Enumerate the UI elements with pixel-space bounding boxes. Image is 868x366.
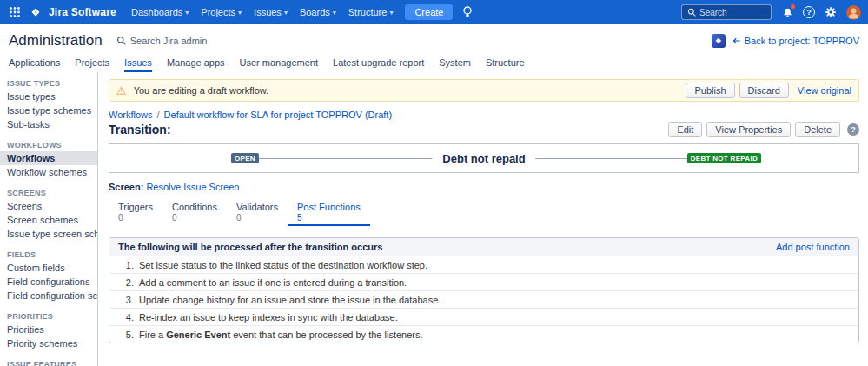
view-original-link[interactable]: View original	[798, 85, 851, 96]
admin-search-box[interactable]	[116, 36, 243, 46]
nav-item-dashboards[interactable]: Dashboards▾	[125, 0, 195, 24]
tab-count: 0	[172, 213, 217, 223]
row-text: Add a comment to an issue if one is ente…	[139, 276, 407, 289]
main-panel: ⚠ You are editing a draft workflow. Publ…	[98, 72, 868, 366]
gear-icon[interactable]	[823, 4, 838, 20]
search-icon	[116, 36, 126, 45]
sidebar-item-issue-type-schemes[interactable]: Issue type schemes	[0, 103, 97, 117]
row-number: 2.	[123, 276, 134, 289]
addon-icon[interactable]: ◆	[712, 34, 726, 48]
notification-dot	[791, 4, 795, 9]
row-number: 5.	[123, 329, 134, 341]
lightbulb-icon[interactable]	[460, 4, 475, 20]
publish-button[interactable]: Publish	[686, 83, 734, 98]
sidebar-item-field-configurations[interactable]: Field configurations	[0, 275, 97, 289]
create-button[interactable]: Create	[405, 4, 453, 20]
sidebar-section-title: SCREENS	[0, 187, 97, 199]
sidebar-item-workflow-schemes[interactable]: Workflow schemes	[0, 165, 97, 179]
tab-conditions[interactable]: Conditions 0	[162, 199, 227, 226]
admin-header: Administration ◆ Back to project: TOPPRO…	[0, 24, 868, 53]
tab-structure[interactable]: Structure	[486, 53, 525, 72]
tab-triggers[interactable]: Triggers 0	[109, 199, 162, 226]
screen-row: Screen: Resolve Issue Screen	[109, 182, 859, 192]
draft-banner-actions: Publish Discard View original	[686, 83, 851, 98]
sidebar-item-custom-fields[interactable]: Custom fields	[0, 261, 97, 275]
tab-label: Conditions	[172, 202, 217, 212]
sidebar-item-sub-tasks[interactable]: Sub-tasks	[0, 117, 97, 131]
sidebar-item-screens[interactable]: Screens	[0, 199, 97, 213]
sidebar-item-issue-types[interactable]: Issue types	[0, 90, 97, 103]
nav-search-box[interactable]	[681, 4, 772, 20]
sidebar-item-priority-schemes[interactable]: Priority schemes	[0, 336, 97, 350]
warning-icon: ⚠	[116, 85, 127, 96]
nav-item-issues[interactable]: Issues▾	[248, 0, 294, 24]
post-functions-header: The following will be processed after th…	[109, 238, 858, 256]
post-function-row: 1. Set issue status to the linked status…	[109, 256, 858, 274]
sidebar-item-issue-type-screen-schemes[interactable]: Issue type screen schemes	[0, 227, 97, 241]
help-icon[interactable]: ?	[803, 6, 815, 18]
sidebar-section-fields: FIELDS Custom fields Field configuration…	[0, 249, 97, 303]
nav-item-boards[interactable]: Boards▾	[294, 0, 342, 24]
tab-latest-upgrade-report[interactable]: Latest upgrade report	[333, 53, 424, 72]
row-text: Set issue status to the linked status of…	[139, 259, 427, 271]
source-status-badge[interactable]: OPEN	[231, 153, 259, 163]
post-functions-title: The following will be processed after th…	[118, 242, 382, 252]
sidebar-section-title: ISSUE FEATURES	[0, 358, 97, 366]
admin-search-input[interactable]	[130, 36, 243, 46]
delete-button[interactable]: Delete	[795, 122, 840, 137]
row-text: Re-index an issue to keep indexes in syn…	[139, 311, 398, 323]
sidebar-item-workflows[interactable]: Workflows	[0, 151, 97, 165]
tab-post-functions[interactable]: Post Functions 5	[288, 199, 370, 226]
tab-label: Triggers	[118, 202, 153, 212]
help-icon[interactable]: ?	[847, 123, 859, 136]
breadcrumb-current-link[interactable]: Default workflow for SLA for project TOP…	[164, 110, 392, 120]
breadcrumb-workflows-link[interactable]: Workflows	[109, 110, 153, 120]
tab-count: 0	[118, 213, 153, 223]
nav-item-label: Dashboards	[131, 7, 182, 17]
user-avatar[interactable]	[846, 5, 861, 20]
sidebar-item-screen-schemes[interactable]: Screen schemes	[0, 213, 97, 227]
view-properties-button[interactable]: View Properties	[706, 122, 791, 137]
admin-sidebar: ISSUE TYPES Issue types Issue type schem…	[0, 72, 98, 366]
tab-user-management[interactable]: User management	[240, 53, 319, 72]
notifications-bell-icon[interactable]	[779, 4, 795, 20]
sidebar-section-title: FIELDS	[0, 249, 97, 261]
nav-item-projects[interactable]: Projects▾	[195, 0, 248, 24]
row-number: 1.	[123, 259, 134, 271]
back-to-project-link[interactable]: Back to project: TOPPROV	[732, 36, 859, 46]
sidebar-item-priorities[interactable]: Priorities	[0, 323, 97, 336]
tab-applications[interactable]: Applications	[9, 53, 60, 72]
search-icon	[687, 8, 696, 17]
sidebar-section-priorities: PRIORITIES Priorities Priority schemes	[0, 310, 97, 350]
tab-issues[interactable]: Issues	[124, 53, 152, 72]
screen-link[interactable]: Resolve Issue Screen	[146, 182, 239, 192]
row-text: Fire a Generic Event event that can be p…	[139, 329, 423, 341]
chevron-down-icon: ▾	[333, 9, 336, 17]
transition-actions: Edit View Properties Delete ?	[668, 122, 859, 137]
tab-manage-apps[interactable]: Manage apps	[167, 53, 225, 72]
app-switcher-icon[interactable]	[7, 4, 23, 20]
nav-right-group: ?	[681, 4, 861, 20]
sidebar-item-field-configuration-schemes[interactable]: Field configuration schemes	[0, 289, 97, 303]
post-function-row: 3. Update change history for an issue an…	[109, 291, 858, 309]
add-post-function-link[interactable]: Add post function	[776, 242, 850, 252]
post-function-row: 5. Fire a Generic Event event that can b…	[109, 326, 858, 343]
nav-search-input[interactable]	[699, 8, 764, 17]
row-number: 3.	[123, 294, 134, 306]
target-status-badge[interactable]: Debt not repaid	[687, 153, 761, 163]
post-functions-panel: The following will be processed after th…	[109, 237, 859, 343]
transition-title-row: Transition: Edit View Properties Delete …	[109, 122, 859, 137]
edit-button[interactable]: Edit	[668, 122, 702, 137]
jira-logo-icon[interactable]	[28, 4, 43, 20]
header-right-group: ◆ Back to project: TOPPROV	[712, 34, 859, 48]
sidebar-section-title: PRIORITIES	[0, 310, 97, 323]
tab-system[interactable]: System	[439, 53, 471, 72]
tab-projects[interactable]: Projects	[75, 53, 109, 72]
back-to-project-label: Back to project: TOPPROV	[745, 36, 859, 46]
sidebar-section-screens: SCREENS Screens Screen schemes Issue typ…	[0, 187, 97, 241]
nav-item-structure[interactable]: Structure▾	[342, 0, 400, 24]
top-navigation-bar: Jira Software Dashboards▾ Projects▾ Issu…	[0, 0, 868, 24]
app-title[interactable]: Jira Software	[49, 6, 116, 18]
tab-validators[interactable]: Validators 0	[227, 199, 288, 226]
discard-button[interactable]: Discard	[739, 83, 789, 98]
